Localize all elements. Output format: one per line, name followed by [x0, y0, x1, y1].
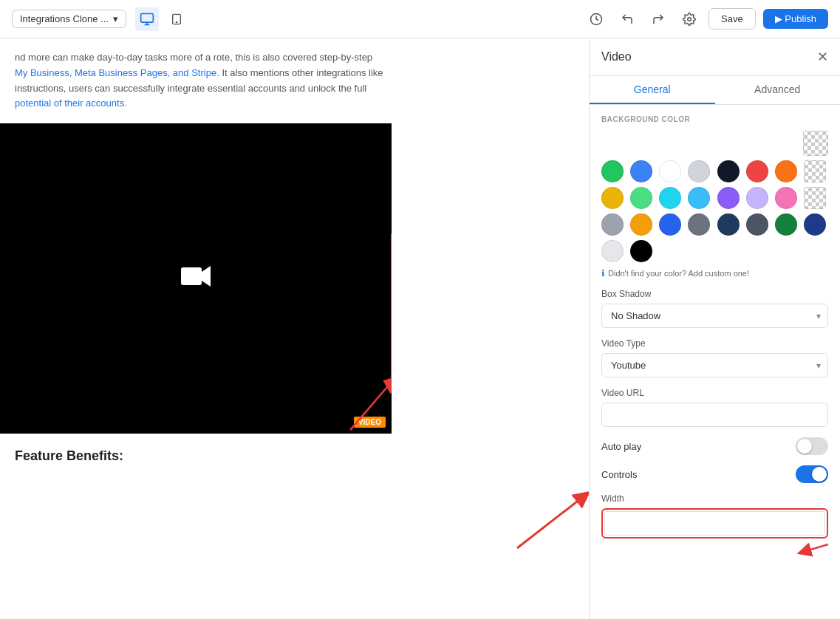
panel-title: Video — [601, 50, 632, 64]
color-blue2[interactable] — [659, 213, 681, 236]
text-blue-1: My Business, Meta Business Pages, and St… — [15, 67, 219, 78]
color-red[interactable] — [746, 160, 768, 182]
video-label: VIDEO — [354, 417, 386, 428]
controls-label: Controls — [601, 469, 637, 480]
color-dark-green[interactable] — [775, 213, 797, 236]
color-yellow[interactable] — [601, 187, 624, 209]
tablet-icon[interactable] — [165, 7, 188, 31]
video-type-wrapper: Youtube Vimeo Self Hosted ▾ — [601, 353, 828, 377]
video-block: VIDEO — [0, 123, 392, 434]
project-selector[interactable]: Integrations Clone ... ▾ — [12, 10, 126, 28]
svg-line-16 — [799, 544, 828, 553]
topbar-left: Integrations Clone ... ▾ — [12, 7, 188, 31]
custom-color-text: Didn't find your color? Add custom one! — [608, 269, 749, 278]
topbar: Integrations Clone ... ▾ — [0, 0, 840, 38]
width-label: Width — [601, 493, 828, 504]
arrow-hint — [601, 538, 828, 561]
box-shadow-select[interactable]: No Shadow Small Shadow Medium Shadow Lar… — [601, 304, 828, 328]
color-cyan[interactable] — [659, 187, 681, 209]
video-url-input[interactable] — [601, 403, 828, 427]
width-container — [601, 508, 828, 538]
tab-advanced[interactable]: Advanced — [715, 76, 841, 104]
panel-header: Video ✕ — [590, 38, 840, 76]
controls-knob — [812, 467, 827, 482]
color-green[interactable] — [601, 160, 624, 182]
custom-color-hint: ℹ Didn't find your color? Add custom one… — [601, 268, 828, 278]
color-grid — [601, 160, 828, 262]
transparent-swatch[interactable] — [803, 131, 828, 156]
svg-rect-0 — [141, 13, 154, 22]
color-navy2[interactable] — [804, 213, 826, 236]
svg-point-6 — [688, 17, 692, 21]
tab-general[interactable]: General — [590, 76, 715, 104]
text-preview-1: nd more can make day-to-day tasks more o… — [15, 52, 372, 63]
controls-row: Controls — [601, 465, 828, 483]
color-pink[interactable] — [775, 187, 797, 209]
project-name: Integrations Clone ... — [20, 13, 109, 24]
width-input[interactable] — [604, 511, 825, 536]
color-purple[interactable] — [717, 187, 740, 209]
color-lavender[interactable] — [746, 187, 768, 209]
topbar-right: Save ▶ Publish — [584, 7, 828, 31]
video-type-select[interactable]: Youtube Vimeo Self Hosted — [601, 353, 828, 377]
color-sky[interactable] — [688, 187, 710, 209]
box-shadow-label: Box Shadow — [601, 289, 828, 299]
undo-button[interactable] — [615, 7, 639, 31]
color-teal[interactable] — [630, 187, 652, 209]
text-preview-2: It also mentions other integrations like — [222, 67, 383, 78]
main-area: nd more can make day-to-day tasks more o… — [0, 38, 840, 619]
canvas: nd more can make day-to-day tasks more o… — [0, 38, 589, 619]
panel-body: BACKGROUND COLOR — [590, 105, 840, 571]
red-arrow-hint-svg — [784, 538, 828, 561]
svg-point-4 — [176, 21, 177, 22]
info-icon: ℹ — [601, 268, 605, 278]
color-black[interactable] — [717, 160, 740, 182]
chevron-down-icon: ▾ — [113, 13, 118, 24]
svg-rect-7 — [181, 267, 202, 285]
video-camera-icon — [181, 264, 211, 293]
box-shadow-wrapper: No Shadow Small Shadow Medium Shadow Lar… — [601, 304, 828, 328]
color-dark-gray[interactable] — [746, 213, 768, 236]
controls-toggle[interactable] — [796, 465, 828, 483]
canvas-content: nd more can make day-to-day tasks more o… — [0, 38, 589, 619]
feature-benefits: Feature Benefits: — [0, 434, 589, 479]
text-area: nd more can make day-to-day tasks more o… — [0, 38, 589, 123]
redo-button[interactable] — [646, 7, 670, 31]
video-type-label: Video Type — [601, 338, 828, 349]
svg-marker-8 — [202, 266, 211, 287]
color-light-gray[interactable] — [688, 160, 710, 182]
color-navy[interactable] — [717, 213, 740, 236]
autoplay-label: Auto play — [601, 441, 641, 452]
bg-color-label: BACKGROUND COLOR — [601, 115, 828, 123]
video-url-label: Video URL — [601, 388, 828, 398]
color-amber[interactable] — [630, 213, 652, 236]
close-button[interactable]: ✕ — [817, 49, 828, 65]
color-gray-dark[interactable] — [688, 213, 710, 236]
panel-tabs: General Advanced — [590, 76, 840, 105]
publish-button[interactable]: ▶ Publish — [763, 9, 828, 29]
color-check2[interactable] — [804, 187, 826, 209]
color-light-gray2[interactable] — [601, 240, 624, 262]
autoplay-row: Auto play — [601, 437, 828, 455]
color-mid-gray[interactable] — [601, 213, 624, 236]
color-checkered[interactable] — [804, 160, 826, 182]
text-blue-2: potential of their accounts. — [15, 98, 127, 109]
color-black2[interactable] — [630, 240, 652, 262]
save-button[interactable]: Save — [708, 8, 756, 30]
right-panel: Video ✕ General Advanced BACKGROUND COLO… — [589, 38, 840, 619]
text-preview-3: instructions, users can successfully int… — [15, 83, 366, 94]
autoplay-toggle[interactable] — [796, 437, 828, 455]
autoplay-knob — [797, 439, 812, 454]
color-white[interactable] — [659, 160, 681, 182]
monitor-icon[interactable] — [135, 7, 159, 31]
settings-button[interactable] — [677, 7, 701, 31]
clock-button[interactable] — [584, 7, 608, 31]
feature-title: Feature Benefits: — [15, 448, 123, 463]
color-orange[interactable] — [775, 160, 797, 182]
device-icons — [135, 7, 188, 31]
color-blue[interactable] — [630, 160, 652, 182]
